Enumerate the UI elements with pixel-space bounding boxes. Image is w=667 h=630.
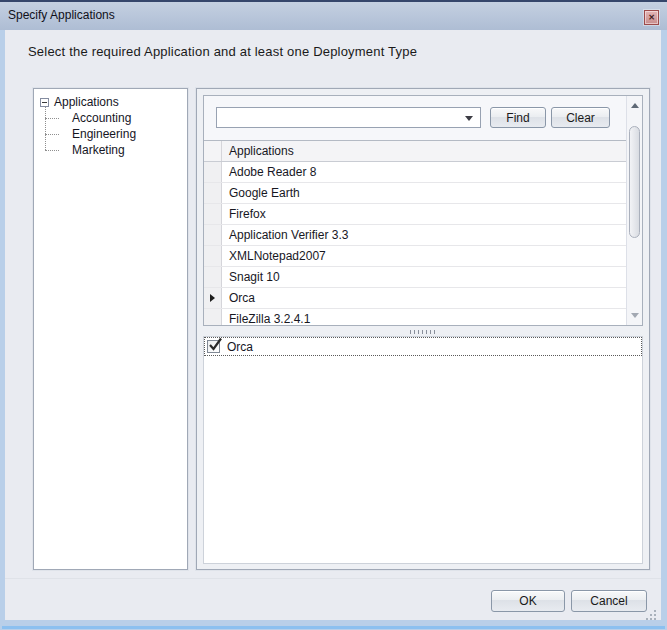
grid-subpanel: Find Clear Applications Adobe Reader 8Go… <box>203 95 643 326</box>
scroll-down-button[interactable] <box>627 308 643 323</box>
row-indicator-cell <box>204 162 222 182</box>
chevron-down-icon[interactable] <box>465 116 473 121</box>
grid-row[interactable]: Adobe Reader 8 <box>204 162 627 183</box>
grid-row[interactable]: FileZilla 3.2.4.1 <box>204 309 627 326</box>
ok-button[interactable]: OK <box>491 590 565 612</box>
grid-header-row: Applications <box>204 141 627 162</box>
row-indicator-cell <box>204 246 222 266</box>
deployment-type-list: Orca <box>203 336 643 564</box>
grid-row[interactable]: Firefox <box>204 204 627 225</box>
tree-root-applications[interactable]: Applications <box>40 94 119 110</box>
grid-row[interactable]: Orca <box>204 288 627 309</box>
deployment-type-label: Orca <box>227 340 253 354</box>
grid-row[interactable]: XMLNotepad2007 <box>204 246 627 267</box>
tree-item-marketing[interactable]: Marketing <box>52 142 136 158</box>
deployment-type-item[interactable]: Orca <box>204 337 642 356</box>
scrollbar-thumb[interactable] <box>629 126 640 238</box>
row-indicator-cell <box>204 267 222 287</box>
vertical-scrollbar[interactable] <box>626 96 642 325</box>
window-bottom-accent <box>2 626 665 629</box>
close-icon: ✕ <box>648 14 655 22</box>
find-button[interactable]: Find <box>490 107 546 128</box>
tree-children: AccountingEngineeringMarketing <box>52 110 136 158</box>
application-name-cell[interactable]: Application Verifier 3.3 <box>222 225 627 245</box>
dialog-window: Specify Applications ✕ Select the requir… <box>0 0 667 630</box>
applications-panel: Find Clear Applications Adobe Reader 8Go… <box>196 88 650 570</box>
application-name-cell[interactable]: Orca <box>222 288 627 308</box>
checkbox-checked-icon[interactable] <box>207 340 220 353</box>
grid-row[interactable]: Snagit 10 <box>204 267 627 288</box>
application-name-cell[interactable]: FileZilla 3.2.4.1 <box>222 309 627 326</box>
row-indicator-cell <box>204 288 222 308</box>
window-title: Specify Applications <box>8 2 115 29</box>
application-name-cell[interactable]: XMLNotepad2007 <box>222 246 627 266</box>
row-indicator-cell <box>204 183 222 203</box>
arrow-down-icon <box>631 313 639 318</box>
application-name-cell[interactable]: Google Earth <box>222 183 627 203</box>
filter-combobox[interactable] <box>216 107 481 128</box>
scroll-up-button[interactable] <box>627 98 643 113</box>
instruction-text: Select the required Application and at l… <box>28 44 417 59</box>
cancel-button[interactable]: Cancel <box>571 590 647 612</box>
close-button[interactable]: ✕ <box>644 10 659 25</box>
arrow-up-icon <box>631 103 639 108</box>
grid-header-label[interactable]: Applications <box>222 141 627 161</box>
grid-body: Adobe Reader 8Google EarthFirefoxApplica… <box>204 162 627 326</box>
splitter-grip-icon <box>410 330 436 334</box>
tree-item-accounting[interactable]: Accounting <box>52 110 136 126</box>
grid-header-indicator <box>204 141 222 161</box>
footer-divider <box>5 578 661 579</box>
applications-tree-panel: Applications AccountingEngineeringMarket… <box>33 88 188 570</box>
grid-row[interactable]: Google Earth <box>204 183 627 204</box>
row-indicator-cell <box>204 225 222 245</box>
horizontal-splitter[interactable] <box>203 327 643 336</box>
clear-button[interactable]: Clear <box>551 107 610 128</box>
tree-item-engineering[interactable]: Engineering <box>52 126 136 142</box>
application-name-cell[interactable]: Firefox <box>222 204 627 224</box>
tree-root-label: Applications <box>54 95 119 109</box>
grid-row[interactable]: Application Verifier 3.3 <box>204 225 627 246</box>
row-indicator-cell <box>204 204 222 224</box>
current-row-arrow-icon <box>210 294 215 302</box>
application-name-cell[interactable]: Snagit 10 <box>222 267 627 287</box>
collapse-minus-icon[interactable] <box>40 98 49 107</box>
row-indicator-cell <box>204 309 222 326</box>
title-bar[interactable]: Specify Applications ✕ <box>0 0 667 30</box>
application-name-cell[interactable]: Adobe Reader 8 <box>222 162 627 182</box>
resize-grip-icon[interactable] <box>646 610 656 620</box>
applications-grid: Applications Adobe Reader 8Google EarthF… <box>204 140 627 326</box>
